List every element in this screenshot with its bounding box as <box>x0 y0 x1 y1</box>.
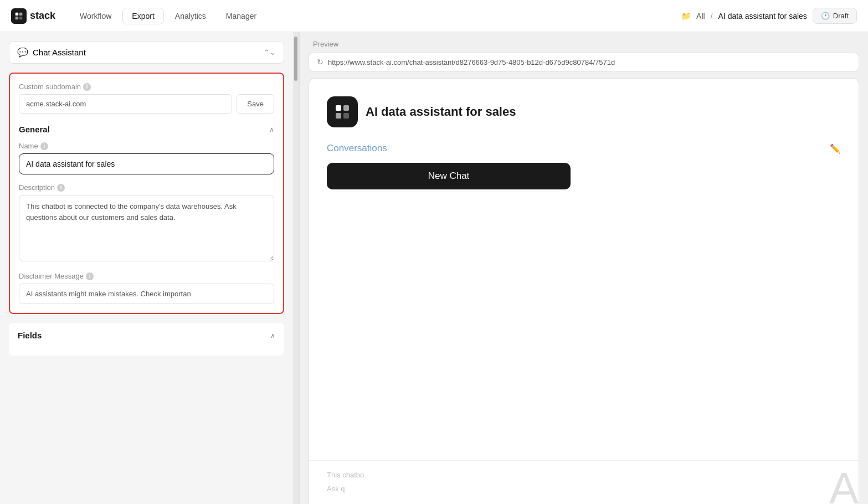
new-chat-label: New Chat <box>428 171 470 182</box>
url-text: https://www.stack-ai.com/chat-assistant/… <box>328 58 615 66</box>
new-chat-button[interactable]: New Chat <box>327 163 571 189</box>
chat-preview: AI data assistant for sales Conversation… <box>309 78 859 504</box>
main-layout: 💬 Chat Assistant ⌃⌄ Custom subdomain i S… <box>0 32 868 504</box>
breadcrumb-all[interactable]: All <box>696 12 705 20</box>
edit-icon[interactable]: ✏️ <box>830 143 841 154</box>
name-input[interactable] <box>19 153 274 174</box>
chat-assistant-selector[interactable]: 💬 Chat Assistant ⌃⌄ <box>9 41 284 64</box>
disclaimer-info-icon[interactable]: i <box>86 272 94 280</box>
name-info-icon[interactable]: i <box>40 142 48 150</box>
bottom-desc: This chatbo <box>327 470 841 481</box>
url-bar: ↻ https://www.stack-ai.com/chat-assistan… <box>309 53 859 71</box>
breadcrumb-separator: / <box>711 12 713 20</box>
svg-rect-6 <box>336 113 341 119</box>
fields-section: Fields ∧ <box>9 323 284 356</box>
large-letter-a: A <box>829 466 859 504</box>
subdomain-row: Save <box>19 94 274 114</box>
fields-title: Fields <box>18 331 42 340</box>
config-box: Custom subdomain i Save General ∧ Nam <box>9 73 284 314</box>
svg-rect-3 <box>19 16 22 19</box>
selector-left: 💬 Chat Assistant <box>17 47 86 58</box>
right-panel: Preview ↻ https://www.stack-ai.com/chat-… <box>300 32 868 504</box>
selector-label: Chat Assistant <box>33 48 86 57</box>
subdomain-info-icon[interactable]: i <box>83 83 91 91</box>
top-navigation: stack Workflow Export Analytics Manager … <box>0 0 868 32</box>
disclaimer-label: Disclaimer Message i <box>19 272 274 280</box>
conversations-row: Conversations ✏️ <box>327 143 841 154</box>
logo-icon <box>11 8 27 24</box>
svg-rect-7 <box>343 113 349 119</box>
app-title: AI data assistant for sales <box>366 105 516 119</box>
app-icon <box>327 96 358 127</box>
general-section-header: General ∧ <box>19 125 274 134</box>
fields-section-header: Fields ∧ <box>18 331 275 340</box>
name-label: Name i <box>19 142 274 150</box>
svg-rect-0 <box>16 12 18 15</box>
disclaimer-input[interactable] <box>19 284 274 304</box>
description-info-icon[interactable]: i <box>57 184 65 192</box>
svg-rect-5 <box>343 105 349 111</box>
nav-tabs: Workflow Export Analytics Manager <box>71 8 265 24</box>
svg-rect-1 <box>19 12 22 15</box>
topnav-right: 📁 All / AI data assistant for sales 🕐 Dr… <box>681 8 857 24</box>
logo: stack <box>11 8 55 24</box>
draft-button[interactable]: 🕐 Draft <box>813 8 857 24</box>
folder-icon: 📁 <box>681 12 691 20</box>
bottom-desc-line1: This chatbo <box>327 471 364 479</box>
left-content: 💬 Chat Assistant ⌃⌄ Custom subdomain i S… <box>0 32 293 504</box>
svg-rect-4 <box>336 105 341 111</box>
chevron-updown-icon: ⌃⌄ <box>264 48 276 56</box>
preview-label: Preview <box>300 32 868 53</box>
refresh-icon[interactable]: ↻ <box>317 58 323 66</box>
left-scrollbar-thumb[interactable] <box>294 37 297 81</box>
conversations-label[interactable]: Conversations <box>327 143 387 154</box>
draft-label: Draft <box>833 12 849 20</box>
tab-manager[interactable]: Manager <box>217 8 265 24</box>
chevron-up-icon[interactable]: ∧ <box>269 126 274 133</box>
breadcrumb-current: AI data assistant for sales <box>718 12 807 20</box>
left-panel: 💬 Chat Assistant ⌃⌄ Custom subdomain i S… <box>0 32 299 504</box>
general-title: General <box>19 125 50 134</box>
left-scrollbar-track <box>293 32 299 504</box>
tab-export[interactable]: Export <box>122 8 163 24</box>
save-button[interactable]: Save <box>237 94 274 114</box>
fields-chevron-icon[interactable]: ∧ <box>270 332 275 340</box>
chat-preview-inner: AI data assistant for sales Conversation… <box>309 79 859 460</box>
chat-app-header: AI data assistant for sales <box>327 96 841 127</box>
clock-icon: 🕐 <box>821 12 830 20</box>
chat-bottom: This chatbo Ask q A <box>309 460 859 504</box>
ask-text: Ask q <box>327 485 345 493</box>
bottom-ask: Ask q <box>327 484 841 495</box>
subdomain-input[interactable] <box>19 94 232 114</box>
svg-rect-2 <box>16 16 18 19</box>
description-label: Description i <box>19 183 274 192</box>
tab-analytics[interactable]: Analytics <box>166 8 215 24</box>
subdomain-label: Custom subdomain i <box>19 83 274 91</box>
tab-workflow[interactable]: Workflow <box>71 8 120 24</box>
chat-bubble-icon: 💬 <box>17 47 28 58</box>
description-textarea[interactable]: This chatbot is connected to the company… <box>19 195 274 261</box>
logo-text: stack <box>30 10 55 22</box>
